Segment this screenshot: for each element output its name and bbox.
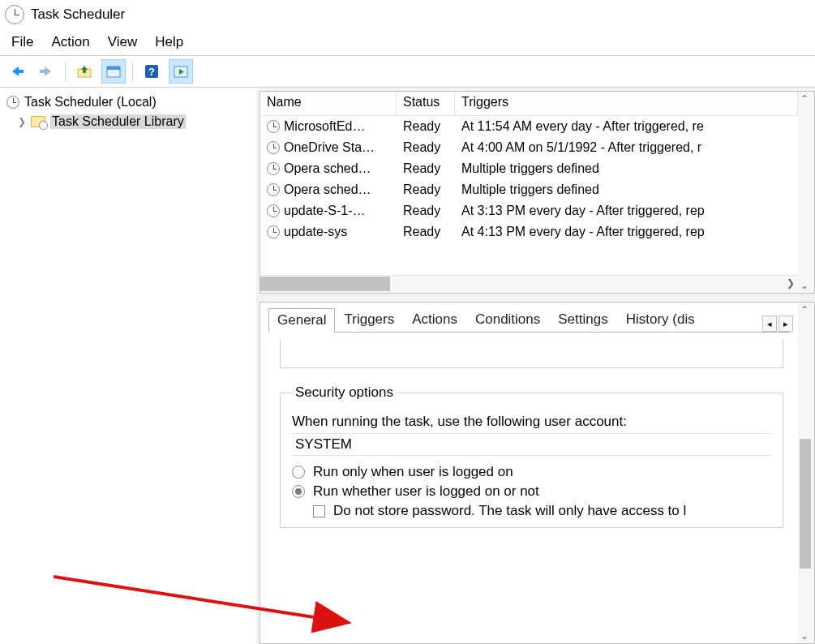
task-name: MicrosoftEd…: [284, 119, 365, 134]
col-name-header[interactable]: Name: [260, 92, 397, 115]
task-name: Opera sched…: [284, 182, 371, 197]
task-triggers: Multiple triggers defined: [455, 182, 798, 197]
details-vertical-scrollbar[interactable]: ⌃ ⌄: [798, 303, 814, 643]
list-rows: MicrosoftEd…ReadyAt 11:54 AM every day -…: [260, 116, 798, 275]
task-status: Ready: [397, 140, 455, 155]
menu-file[interactable]: File: [11, 34, 33, 50]
task-name: OneDrive Sta…: [284, 140, 375, 155]
tab-history[interactable]: History (dis: [617, 307, 704, 332]
task-row[interactable]: update-sysReadyAt 4:13 PM every day - Af…: [260, 221, 798, 243]
description-field-truncated[interactable]: [280, 339, 783, 368]
clock-icon: [267, 162, 280, 175]
security-options-group: Security options When running the task, …: [280, 384, 783, 528]
task-name: update-sys: [284, 225, 347, 239]
task-row[interactable]: MicrosoftEd…ReadyAt 11:54 AM every day -…: [260, 116, 798, 137]
tree-library[interactable]: ❯ Task Scheduler Library: [3, 112, 252, 131]
scrollbar-thumb[interactable]: [800, 439, 811, 569]
tab-scroll-right[interactable]: ▸: [779, 316, 793, 332]
tabbar: General Triggers Actions Conditions Sett…: [260, 303, 798, 332]
svg-text:?: ?: [148, 66, 155, 78]
scroll-right-icon[interactable]: ❯: [787, 277, 795, 289]
task-status: Ready: [397, 204, 455, 218]
security-account-value: SYSTEM: [292, 433, 771, 456]
toolbar: ?: [0, 55, 815, 88]
radio-run-whether[interactable]: [292, 485, 305, 498]
task-triggers: At 11:54 AM every day - After triggered,…: [455, 119, 798, 134]
toolbar-separator: [65, 62, 66, 81]
security-options-legend: Security options: [292, 384, 397, 401]
run-button[interactable]: [169, 59, 193, 84]
scrollbar-thumb[interactable]: [260, 277, 390, 291]
tree-pane: Task Scheduler (Local) ❯ Task Scheduler …: [0, 88, 256, 644]
task-triggers: At 4:00 AM on 5/1/1992 - After triggered…: [455, 140, 798, 155]
clock-icon: [6, 96, 19, 109]
horizontal-splitter[interactable]: [260, 294, 815, 302]
clock-icon: [267, 183, 280, 196]
tab-scroll-left[interactable]: ◂: [762, 316, 777, 332]
scroll-down-icon[interactable]: ⌄: [800, 280, 809, 291]
task-status: Ready: [397, 182, 455, 197]
radio-run-whether-label: Run whether user is logged on or not: [313, 483, 539, 500]
horizontal-scrollbar[interactable]: ❮ ❯: [260, 275, 798, 293]
scroll-up-icon[interactable]: ⌃: [800, 93, 809, 105]
tree-root[interactable]: Task Scheduler (Local): [3, 92, 252, 112]
folder-clock-icon: [31, 116, 45, 127]
window-title: Task Scheduler: [31, 6, 125, 23]
task-name: Opera sched…: [284, 161, 371, 176]
toolbar-separator: [132, 62, 133, 81]
radio-run-logged-on[interactable]: [292, 466, 305, 479]
tree-root-label: Task Scheduler (Local): [24, 95, 157, 109]
tab-actions[interactable]: Actions: [403, 307, 466, 332]
titlebar: Task Scheduler: [0, 0, 815, 29]
tab-general-body: Security options When running the task, …: [260, 333, 798, 643]
clock-icon: [267, 204, 280, 217]
checkbox-do-not-store-password[interactable]: [313, 505, 325, 517]
task-triggers: At 4:13 PM every day - After triggered, …: [455, 225, 798, 239]
up-one-level-button[interactable]: [72, 59, 97, 84]
nav-back-button[interactable]: [5, 59, 29, 84]
task-row[interactable]: OneDrive Sta…ReadyAt 4:00 AM on 5/1/1992…: [260, 137, 798, 158]
radio-run-logged-on-label: Run only when user is logged on: [313, 464, 513, 480]
svg-rect-2: [107, 67, 120, 70]
clock-icon: [267, 141, 280, 154]
menu-action[interactable]: Action: [51, 34, 89, 50]
checkbox-do-not-store-password-label: Do not store password. The task will onl…: [333, 503, 686, 519]
list-header: Name Status Triggers: [260, 92, 798, 116]
task-name: update-S-1-…: [284, 204, 366, 218]
menu-view[interactable]: View: [108, 34, 138, 50]
task-status: Ready: [397, 161, 455, 176]
task-triggers: Multiple triggers defined: [455, 161, 798, 176]
task-row[interactable]: Opera sched…ReadyMultiple triggers defin…: [260, 158, 798, 179]
task-details-panel: General Triggers Actions Conditions Sett…: [260, 302, 815, 644]
clock-icon: [267, 225, 280, 238]
tab-general[interactable]: General: [268, 308, 335, 333]
scroll-up-icon[interactable]: ⌃: [800, 304, 809, 316]
tab-triggers[interactable]: Triggers: [335, 307, 403, 332]
security-account-label: When running the task, use the following…: [292, 414, 771, 430]
tab-conditions[interactable]: Conditions: [466, 307, 549, 332]
nav-forward-button[interactable]: [34, 59, 58, 84]
task-triggers: At 3:13 PM every day - After triggered, …: [455, 204, 798, 218]
help-button[interactable]: ?: [139, 59, 164, 84]
clock-icon: [5, 5, 24, 24]
clock-icon: [267, 120, 280, 133]
menu-help[interactable]: Help: [155, 34, 183, 50]
chevron-right-icon[interactable]: ❯: [18, 116, 26, 127]
properties-button[interactable]: [101, 59, 126, 84]
col-status-header[interactable]: Status: [397, 92, 455, 115]
right-pane: Name Status Triggers MicrosoftEd…ReadyAt…: [256, 88, 815, 644]
task-status: Ready: [397, 225, 455, 239]
tab-settings[interactable]: Settings: [549, 307, 616, 332]
menubar: File Action View Help: [0, 29, 815, 55]
col-triggers-header[interactable]: Triggers: [455, 92, 798, 115]
scroll-down-icon[interactable]: ⌄: [800, 630, 809, 642]
tree-library-label: Task Scheduler Library: [50, 114, 186, 129]
task-row[interactable]: update-S-1-…ReadyAt 3:13 PM every day - …: [260, 200, 798, 221]
vertical-scrollbar[interactable]: ⌃ ⌄: [798, 92, 814, 293]
task-status: Ready: [397, 119, 455, 134]
task-row[interactable]: Opera sched…ReadyMultiple triggers defin…: [260, 179, 798, 200]
task-list-panel: Name Status Triggers MicrosoftEd…ReadyAt…: [260, 91, 815, 294]
